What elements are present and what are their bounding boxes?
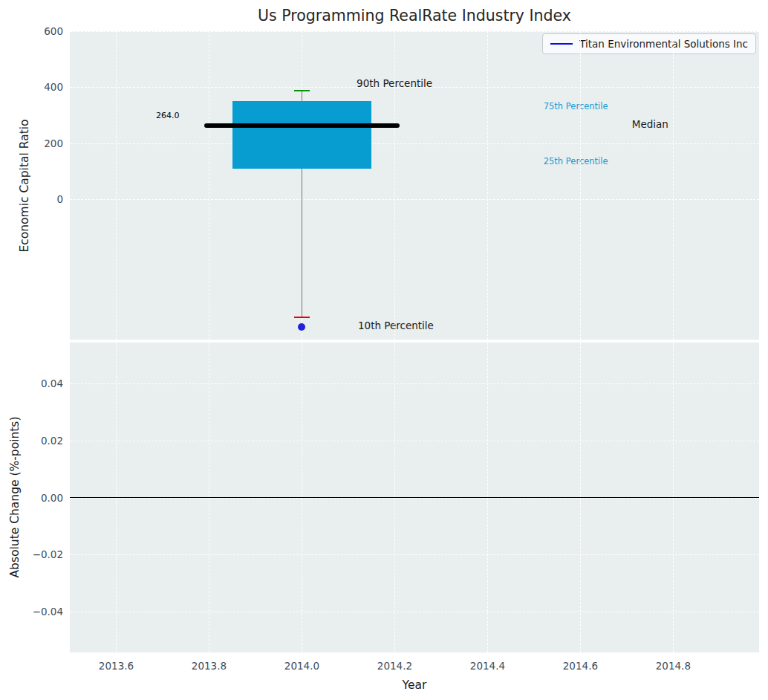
p10-annotation: 10th Percentile xyxy=(358,320,434,331)
y-tick-label: 0 xyxy=(56,193,63,205)
chart-title: Us Programming RealRate Industry Index xyxy=(70,0,759,31)
y-tick-label: 400 xyxy=(44,81,63,93)
legend-label: Titan Environmental Solutions Inc xyxy=(579,38,748,50)
median-value-annotation: 264.0 xyxy=(156,110,180,120)
y-tick-label: 200 xyxy=(44,137,63,149)
x-tick-label: 2013.6 xyxy=(99,660,134,672)
legend-line-sample xyxy=(550,43,573,45)
x-tick-label: 2014.0 xyxy=(284,660,319,672)
x-tick-label: 2014.8 xyxy=(656,660,691,672)
median-annotation: Median xyxy=(632,118,668,130)
x-gridline xyxy=(487,31,488,340)
bottom-plot-area: 2013.62013.82014.02014.22014.42014.62014… xyxy=(70,343,759,652)
iqr-box xyxy=(232,101,371,169)
x-gridline xyxy=(673,31,674,340)
p75-annotation: 75th Percentile xyxy=(544,101,608,111)
x-gridline xyxy=(116,31,117,340)
y-tick-label: −0.04 xyxy=(33,606,63,618)
y-gridline xyxy=(70,441,759,441)
top-y-axis-label: Economic Capital Ratio xyxy=(18,119,31,252)
y-gridline xyxy=(70,554,759,555)
x-axis-label: Year xyxy=(403,678,427,692)
y-tick-label: 0.04 xyxy=(41,377,63,389)
x-tick-label: 2014.2 xyxy=(377,660,412,672)
top-plot-area: Titan Environmental Solutions Inc 264.0 … xyxy=(70,31,759,340)
x-tick-label: 2014.4 xyxy=(470,660,505,672)
p25-annotation: 25th Percentile xyxy=(544,156,608,166)
y-tick-label: −0.02 xyxy=(33,548,63,560)
company-point xyxy=(298,323,305,331)
y-tick-label: 0.00 xyxy=(41,492,63,504)
p10-cap xyxy=(294,317,310,319)
x-tick-label: 2014.6 xyxy=(563,660,598,672)
figure: Us Programming RealRate Industry Index E… xyxy=(0,0,768,700)
p90-cap xyxy=(294,90,310,92)
y-gridline xyxy=(70,143,759,144)
x-gridline xyxy=(209,31,209,340)
bottom-y-axis-label: Absolute Change (%-points) xyxy=(8,417,22,578)
zero-line xyxy=(70,497,759,499)
y-gridline xyxy=(70,612,759,612)
x-tick-label: 2013.8 xyxy=(192,660,227,672)
legend: Titan Environmental Solutions Inc xyxy=(542,33,756,54)
y-gridline xyxy=(70,199,759,200)
median-line xyxy=(204,123,399,128)
x-gridline xyxy=(580,31,581,340)
y-gridline xyxy=(70,383,759,384)
p90-annotation: 90th Percentile xyxy=(357,77,432,89)
y-tick-label: 0.02 xyxy=(41,435,63,447)
y-tick-label: 600 xyxy=(44,25,63,37)
y-gridline xyxy=(70,31,759,32)
